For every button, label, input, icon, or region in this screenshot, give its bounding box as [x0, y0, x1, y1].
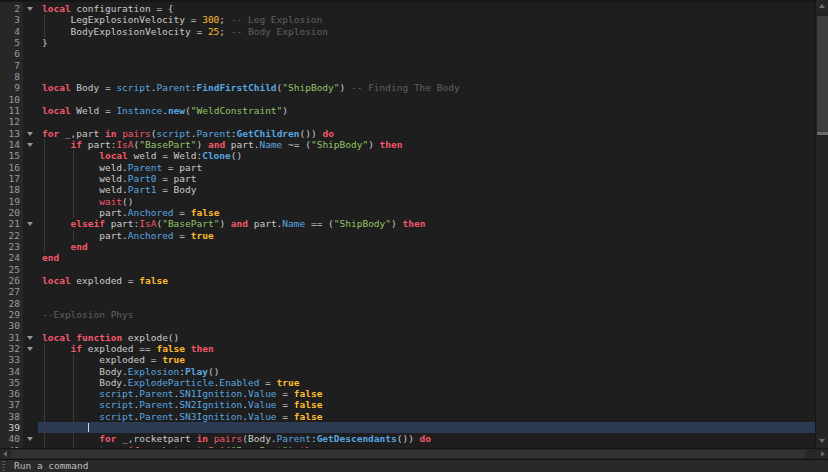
fold-arrow-icon[interactable] [27, 143, 33, 147]
line-number: 8 [0, 71, 20, 82]
token-kw: in [105, 128, 116, 139]
code-editor[interactable]: 2local configuration = {3 LegExplosionVe… [0, 2, 815, 448]
token-pl: ; [219, 14, 230, 25]
code-text: BodyExplosionVelocity = 25; -- Body Expl… [42, 26, 328, 37]
token-kw: for [42, 128, 59, 139]
scroll-down-button[interactable] [816, 435, 828, 448]
scroll-up-button[interactable] [816, 0, 828, 13]
code-lines-container: 2local configuration = {3 LegExplosionVe… [0, 3, 815, 448]
scrollbar-thumb-edge [817, 132, 828, 135]
token-pl: (Body. [242, 433, 276, 444]
vertical-scrollbar[interactable] [815, 0, 828, 448]
token-bi: IsA [139, 218, 156, 229]
horizontal-scrollbar[interactable] [0, 448, 828, 459]
fold-arrow-icon[interactable] [27, 347, 33, 351]
code-line: 23 end [0, 241, 815, 252]
token-bo: false [294, 411, 323, 422]
command-bar-input[interactable]: Run a command [14, 460, 88, 472]
fold-arrow-icon[interactable] [27, 132, 33, 136]
code-line: 35 Body.ExplodeParticle.Enabled = true [0, 377, 815, 388]
token-pl [42, 218, 71, 229]
scroll-right-button[interactable] [817, 449, 828, 459]
token-pl: part: [82, 139, 116, 150]
code-line: 2local configuration = { [0, 3, 815, 14]
token-pr: Parent [277, 433, 311, 444]
horizontal-scrollbar-thumb[interactable] [11, 450, 806, 458]
line-number: 14 [0, 139, 20, 150]
token-pl: ) [219, 218, 230, 229]
token-pl: = [277, 411, 294, 422]
code-line: 36 script.Parent.SN1Ignition.Value = fal… [0, 388, 815, 399]
token-pr: Parent [156, 82, 190, 93]
code-text: if part:IsA("BasePart") and part.Name ~=… [42, 139, 403, 150]
fold-arrow-icon[interactable] [27, 336, 33, 340]
token-pl: Body = [71, 82, 117, 93]
command-bar-grip[interactable] [2, 461, 5, 471]
token-pl: ()) [397, 433, 420, 444]
token-pl: ; [219, 26, 230, 37]
token-pl: ()) [300, 128, 323, 139]
code-line: 16 weld.Parent = part [0, 162, 815, 173]
token-pl: ~= ( [282, 139, 311, 150]
indent-guide [73, 422, 74, 433]
scroll-up-icon [819, 4, 825, 8]
token-pl: _,part [59, 128, 105, 139]
token-me: Play [185, 366, 208, 377]
line-number: 7 [0, 60, 20, 71]
code-line: 13for _,part in pairs(script.Parent:GetC… [0, 128, 815, 139]
token-kw: end [71, 241, 88, 252]
line-number: 17 [0, 173, 20, 184]
token-pl: exploded = [42, 354, 162, 365]
code-text: part.Anchored = true [42, 230, 214, 241]
token-kw: and [231, 218, 248, 229]
token-pr: SN3Ignition [179, 411, 242, 422]
code-line: 21 elseif part:IsA("BasePart") and part.… [0, 218, 815, 229]
code-text: for _,rocketpart in pairs(Body.Parent:Ge… [42, 433, 431, 444]
token-kw: in [196, 433, 207, 444]
code-text: weld.Part0 = part [42, 173, 196, 184]
token-pl: exploded == [82, 343, 156, 354]
token-pl: exploded = [71, 275, 140, 286]
token-bi: pairs [214, 433, 243, 444]
token-kw: if [71, 139, 82, 150]
text-caret [88, 423, 89, 432]
vertical-scrollbar-thumb[interactable] [817, 16, 828, 135]
token-kw: local [42, 3, 71, 14]
token-pl: LegExplosionVelocity = [42, 14, 202, 25]
code-line: 40 for _,rocketpart in pairs(Body.Parent… [0, 433, 815, 444]
code-line: 39 [0, 422, 815, 433]
code-text: exploded = true [42, 354, 185, 365]
line-number: 39 [0, 422, 20, 433]
fold-arrow-icon[interactable] [27, 222, 33, 226]
line-number: 6 [0, 48, 20, 59]
token-pr: Anchored [128, 207, 174, 218]
token-pl: ) [340, 82, 351, 93]
fold-arrow-icon[interactable] [27, 7, 33, 11]
fold-arrow-icon[interactable] [27, 437, 33, 441]
token-me: GetChildren [237, 128, 300, 139]
token-pl: () [122, 196, 133, 207]
token-nu: 300 [202, 14, 219, 25]
code-text: script.Parent.SN1Ignition.Value = false [42, 388, 322, 399]
current-line-highlight [38, 422, 815, 433]
scroll-left-icon [3, 451, 7, 457]
token-pr: Parent [197, 128, 231, 139]
token-kw: and [208, 139, 225, 150]
line-number: 23 [0, 241, 20, 252]
code-line: 8 [0, 71, 815, 82]
token-st: "ShipBody" [282, 82, 339, 93]
code-line: 12 [0, 116, 815, 127]
token-pr: SN1Ignition [179, 388, 242, 399]
token-pr: Parent [139, 388, 173, 399]
command-bar[interactable]: Run a command [0, 459, 828, 472]
code-line: 30 [0, 320, 815, 331]
code-text: if exploded == false then [42, 343, 214, 354]
line-number: 13 [0, 128, 20, 139]
token-pr: Value [248, 399, 277, 410]
token-cm: -- Finding The Body [351, 82, 460, 93]
token-pr: Part0 [128, 173, 157, 184]
token-bo: false [139, 275, 168, 286]
code-text: local exploded = false [42, 275, 168, 286]
scroll-left-button[interactable] [0, 449, 11, 459]
code-line: 6 [0, 48, 815, 59]
